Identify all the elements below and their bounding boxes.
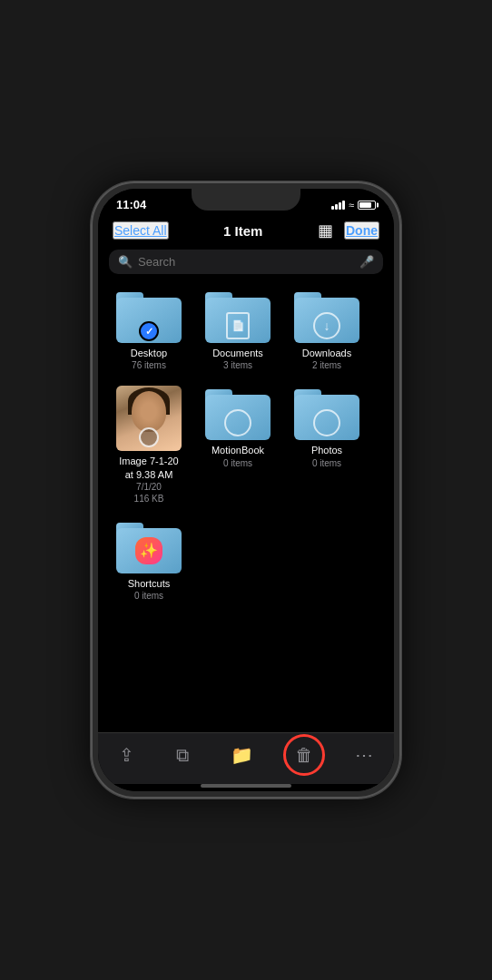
delete-highlight-circle bbox=[283, 734, 325, 776]
shortcuts-app-icon: ✨ bbox=[135, 537, 162, 564]
file-grid-row-2: Image 7-1-20at 9.38 AM 7/1/20 116 KB Mot… bbox=[109, 386, 383, 505]
select-all-button[interactable]: Select All bbox=[113, 221, 169, 240]
home-bar bbox=[201, 784, 291, 788]
search-bar[interactable]: 🔍 🎤 bbox=[109, 250, 383, 274]
folder-overlay-photos bbox=[313, 409, 340, 436]
share-icon: ⇪ bbox=[119, 744, 134, 766]
file-info-documents: 3 items bbox=[223, 359, 252, 371]
status-icons: ≈ bbox=[331, 200, 376, 211]
folder-icon: 📁 bbox=[231, 744, 253, 766]
check-badge: ✓ bbox=[139, 321, 159, 341]
status-time: 11:04 bbox=[116, 198, 146, 211]
file-item-documents[interactable]: 📄 Documents 3 items bbox=[198, 289, 278, 371]
file-name-image: Image 7-1-20at 9.38 AM bbox=[119, 455, 178, 481]
folder-overlay-motionbook bbox=[224, 409, 251, 436]
file-item-shortcuts[interactable]: ✨ Shortcuts 0 items bbox=[109, 519, 189, 602]
mic-icon[interactable]: 🎤 bbox=[359, 255, 374, 269]
phone-frame: 11:04 ≈ Select All 1 Item ▦ Done bbox=[91, 181, 401, 799]
duplicate-button[interactable]: ⧉ bbox=[169, 741, 196, 769]
search-icon: 🔍 bbox=[118, 255, 133, 269]
folder-icon-desktop: ✓ bbox=[116, 289, 182, 343]
signal-icon bbox=[331, 201, 345, 210]
file-name-desktop: Desktop bbox=[131, 347, 167, 359]
face-shape bbox=[132, 391, 166, 432]
file-item-downloads[interactable]: ↓ Downloads 2 items bbox=[287, 289, 367, 371]
file-name-shortcuts: Shortcuts bbox=[128, 577, 170, 590]
download-overlay-icon: ↓ bbox=[313, 312, 340, 339]
folder-icon-shortcuts: ✨ bbox=[116, 519, 182, 573]
file-name-photos: Photos bbox=[311, 444, 342, 456]
file-name-documents: Documents bbox=[212, 347, 263, 359]
folder-icon-motionbook bbox=[205, 386, 271, 440]
folder-icon-documents: 📄 bbox=[205, 289, 271, 343]
toolbar-right: ▦ Done bbox=[318, 220, 379, 240]
file-name-downloads: Downloads bbox=[302, 347, 351, 359]
bottom-toolbar: ⇪ ⧉ 📁 🗑 ⋯ bbox=[98, 732, 394, 784]
done-button[interactable]: Done bbox=[344, 221, 379, 240]
search-input[interactable] bbox=[138, 255, 354, 269]
more-button[interactable]: ⋯ bbox=[348, 740, 380, 769]
home-indicator bbox=[98, 784, 394, 791]
file-name-motionbook: MotionBook bbox=[212, 444, 264, 456]
file-item-motionbook[interactable]: MotionBook 0 items bbox=[198, 386, 278, 505]
file-grid: ✓ Desktop 76 items 📄 bbox=[98, 281, 394, 732]
file-info-image: 7/1/20 bbox=[136, 481, 162, 493]
file-info-photos: 0 items bbox=[312, 457, 341, 469]
file-item-photos[interactable]: Photos 0 items bbox=[287, 386, 367, 505]
selection-circle bbox=[139, 427, 159, 447]
doc-overlay-icon: 📄 bbox=[226, 312, 250, 339]
file-grid-row-1: ✓ Desktop 76 items 📄 bbox=[109, 289, 383, 371]
duplicate-icon: ⧉ bbox=[176, 745, 189, 766]
grid-view-icon[interactable]: ▦ bbox=[318, 220, 333, 240]
file-item-desktop[interactable]: ✓ Desktop 76 items bbox=[109, 289, 189, 371]
file-grid-row-3: ✨ Shortcuts 0 items bbox=[109, 519, 383, 602]
folder-icon-downloads: ↓ bbox=[294, 289, 359, 343]
phone-screen: 11:04 ≈ Select All 1 Item ▦ Done bbox=[98, 189, 394, 791]
new-folder-button[interactable]: 📁 bbox=[223, 740, 261, 769]
file-item-image[interactable]: Image 7-1-20at 9.38 AM 7/1/20 116 KB bbox=[109, 386, 189, 505]
file-info-shortcuts: 0 items bbox=[134, 590, 163, 602]
folder-icon-photos bbox=[294, 386, 359, 440]
file-info-desktop: 76 items bbox=[132, 359, 166, 371]
item-count-label: 1 Item bbox=[223, 223, 262, 239]
share-button[interactable]: ⇪ bbox=[112, 740, 142, 769]
battery-icon bbox=[358, 201, 376, 210]
wifi-icon: ≈ bbox=[349, 200, 354, 211]
file-size-image: 116 KB bbox=[134, 493, 164, 505]
more-icon: ⋯ bbox=[355, 744, 373, 766]
image-thumbnail bbox=[116, 386, 182, 451]
delete-button[interactable]: 🗑 bbox=[288, 741, 320, 769]
file-info-motionbook: 0 items bbox=[223, 457, 252, 469]
selection-toolbar: Select All 1 Item ▦ Done bbox=[98, 215, 394, 246]
notch bbox=[192, 189, 300, 211]
file-info-downloads: 2 items bbox=[312, 359, 341, 371]
